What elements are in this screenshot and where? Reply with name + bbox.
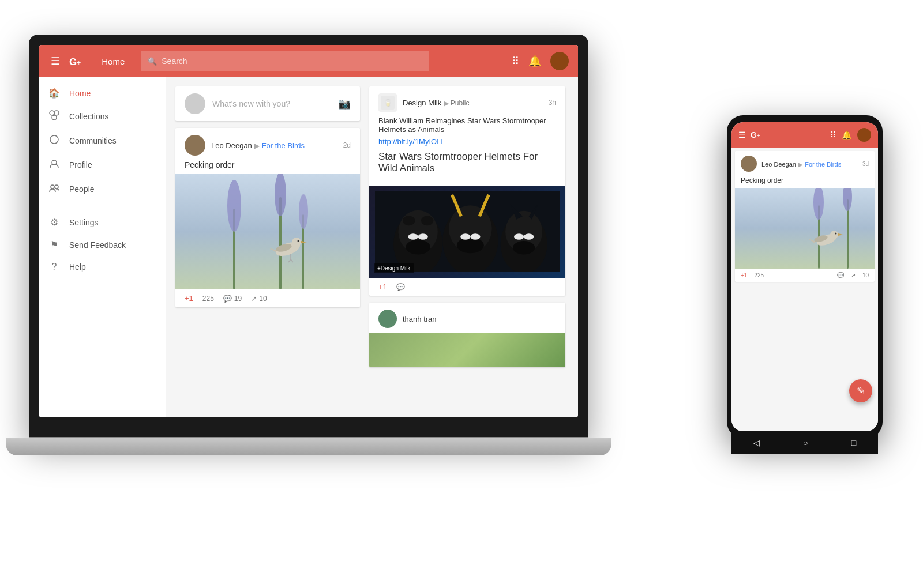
laptop-base bbox=[6, 438, 611, 455]
google-g: G bbox=[69, 56, 77, 67]
phone-home-button[interactable]: ○ bbox=[803, 438, 808, 447]
sidebar-item-settings[interactable]: ⚙ Settings bbox=[39, 211, 166, 233]
left-feed-column: What's new with you? 📷 Leo Deegan bbox=[175, 86, 360, 408]
sidebar-people-label: People bbox=[69, 184, 95, 194]
svg-point-37 bbox=[408, 233, 418, 240]
laptop-body: ☰ G+ Home 🔍 ⠿ 🔔 bbox=[29, 35, 588, 438]
phone-back-button[interactable]: ◁ bbox=[753, 438, 760, 447]
post-header-2: 🥛 Design Milk ▶ Public 3h bbox=[369, 86, 565, 116]
plus-button-2[interactable]: +1 bbox=[378, 282, 387, 291]
phone-menu-icon[interactable]: ☰ bbox=[738, 130, 746, 140]
phone-comment-icon[interactable]: 💬 bbox=[837, 272, 844, 278]
feedback-icon: ⚑ bbox=[48, 239, 60, 250]
share-button-1[interactable]: ↗ 10 bbox=[251, 295, 267, 303]
phone-bird-scene bbox=[735, 188, 875, 269]
sidebar-collections-label: Collections bbox=[69, 112, 108, 121]
home-nav-label[interactable]: Home bbox=[102, 56, 125, 66]
phone-share-icon[interactable]: ↗ bbox=[851, 272, 856, 278]
phone-bottom-bar: ◁ ○ □ bbox=[731, 431, 878, 454]
sidebar-item-people[interactable]: People bbox=[39, 177, 166, 201]
post-header-3: thanh tran bbox=[369, 303, 565, 333]
post-content-2: Blank William Reimagines Star Wars Storm… bbox=[369, 116, 565, 181]
plus-one-icon-2: +1 bbox=[378, 282, 387, 291]
collections-icon bbox=[48, 110, 60, 123]
comment-button-2[interactable]: 💬 bbox=[396, 283, 405, 291]
post-header-1: Leo Deegan ▶ For the Birds 2d bbox=[175, 128, 360, 160]
svg-point-6 bbox=[55, 185, 58, 189]
home-icon: 🏠 bbox=[48, 88, 60, 99]
svg-point-3 bbox=[50, 135, 58, 144]
svg-point-41 bbox=[514, 233, 524, 240]
phone-user-avatar[interactable] bbox=[857, 128, 871, 142]
design-milk-badge: +Design Milk bbox=[374, 263, 414, 273]
phone-plus-one-label[interactable]: +1 bbox=[741, 272, 747, 278]
svg-rect-43 bbox=[735, 188, 875, 269]
right-feed-column: 🥛 Design Milk ▶ Public 3h bbox=[369, 86, 565, 408]
stormtrooper-image: +Design Milk bbox=[369, 186, 565, 278]
help-icon: ? bbox=[48, 262, 60, 272]
search-input[interactable] bbox=[162, 56, 422, 66]
menu-icon[interactable]: ☰ bbox=[48, 55, 62, 67]
post-link-2[interactable]: http://bit.ly/1MyIOLI bbox=[378, 137, 443, 146]
search-icon: 🔍 bbox=[148, 57, 157, 66]
svg-point-33 bbox=[457, 238, 484, 254]
phone-post-image bbox=[735, 188, 875, 269]
user-avatar[interactable] bbox=[550, 52, 569, 70]
share-count-1: 10 bbox=[259, 295, 267, 303]
svg-point-38 bbox=[418, 233, 428, 240]
svg-point-15 bbox=[292, 238, 301, 247]
svg-point-13 bbox=[299, 194, 308, 229]
post-collection-1[interactable]: For the Birds bbox=[262, 141, 305, 150]
notifications-icon[interactable]: 🔔 bbox=[528, 55, 541, 67]
laptop-screen: ☰ G+ Home 🔍 ⠿ 🔔 bbox=[39, 45, 578, 417]
phone-share-count: 10 bbox=[862, 272, 869, 278]
post-time-1: 2d bbox=[343, 141, 351, 149]
post-author-3[interactable]: thanh tran bbox=[403, 315, 437, 323]
apps-grid-icon[interactable]: ⠿ bbox=[512, 55, 519, 67]
compose-placeholder[interactable]: What's new with you? bbox=[212, 99, 331, 108]
svg-point-11 bbox=[227, 180, 241, 232]
sidebar-item-collections[interactable]: Collections bbox=[39, 104, 166, 129]
post-audience-2: Public bbox=[451, 99, 470, 107]
comment-icon-1: 💬 bbox=[223, 295, 232, 303]
feed: What's new with you? 📷 Leo Deegan bbox=[166, 77, 578, 417]
phone-post-time: 3d bbox=[862, 161, 869, 167]
scene: ☰ G+ Home 🔍 ⠿ 🔔 bbox=[0, 0, 923, 588]
sidebar-item-help[interactable]: ? Help bbox=[39, 256, 166, 278]
app-logo: G+ bbox=[69, 55, 81, 68]
sidebar-item-home[interactable]: 🏠 Home bbox=[39, 82, 166, 104]
phone-post-collection[interactable]: For the Birds bbox=[805, 161, 841, 168]
phone-fab-button[interactable]: ✎ bbox=[849, 379, 872, 402]
phone-post-actions: +1 225 💬 ↗ 10 bbox=[735, 269, 875, 282]
phone-post-author[interactable]: Leo Deegan bbox=[761, 161, 796, 168]
phone-recents-button[interactable]: □ bbox=[851, 438, 856, 447]
sidebar-divider bbox=[39, 206, 166, 206]
photo-icon[interactable]: 📷 bbox=[338, 97, 351, 110]
sidebar: 🏠 Home Collections bbox=[39, 77, 166, 417]
post-big-title-2: Star Wars Stormtrooper Helmets For Wild … bbox=[378, 151, 556, 174]
plus-button-1[interactable]: +1 bbox=[185, 294, 193, 303]
phone-apps-icon[interactable]: ⠿ bbox=[830, 130, 836, 140]
phone-topbar: ☰ G+ ⠿ 🔔 bbox=[731, 122, 878, 148]
laptop: ☰ G+ Home 🔍 ⠿ 🔔 bbox=[29, 35, 588, 519]
sidebar-item-profile[interactable]: Profile bbox=[39, 153, 166, 177]
sidebar-home-label: Home bbox=[69, 89, 91, 98]
svg-point-51 bbox=[835, 233, 837, 235]
post-author-2[interactable]: Design Milk bbox=[403, 99, 441, 107]
communities-icon bbox=[48, 134, 60, 147]
search-bar[interactable]: 🔍 bbox=[141, 51, 429, 71]
post-actions-2: +1 💬 bbox=[369, 278, 565, 296]
phone-app-logo: G+ bbox=[751, 130, 760, 140]
sidebar-item-feedback[interactable]: ⚑ Send Feedback bbox=[39, 233, 166, 256]
post-image-1 bbox=[175, 174, 360, 289]
phone-google-g: G bbox=[751, 130, 757, 140]
sidebar-item-communities[interactable]: Communities bbox=[39, 129, 166, 153]
comment-button-1[interactable]: 💬 19 bbox=[223, 295, 242, 303]
design-milk-avatar: 🥛 bbox=[378, 93, 397, 112]
post-card-2: 🥛 Design Milk ▶ Public 3h bbox=[369, 86, 565, 296]
phone-notif-icon[interactable]: 🔔 bbox=[842, 130, 851, 140]
profile-icon bbox=[48, 159, 60, 171]
post-author-1[interactable]: Leo Deegan bbox=[211, 141, 252, 150]
svg-point-36 bbox=[513, 241, 535, 254]
phone-post-header: Leo Deegan ▶ For the Birds 3d bbox=[735, 151, 875, 176]
